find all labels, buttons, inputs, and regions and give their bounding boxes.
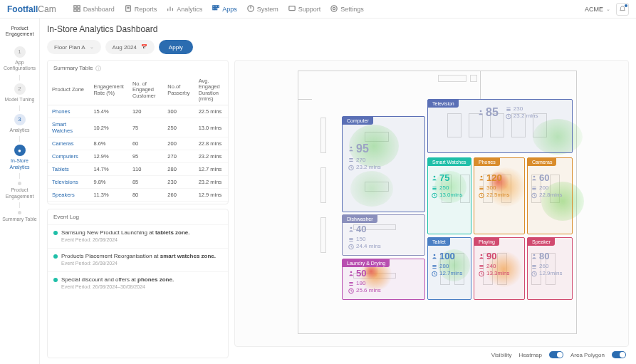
svg-point-40	[434, 176, 436, 178]
sidebar-in-store[interactable]: ●In-Store Analytics	[0, 142, 39, 176]
area-polygon-label: Area Polygon	[570, 352, 605, 358]
zone-label: Dishwasher	[343, 215, 377, 223]
svg-rect-0	[74, 5, 76, 7]
svg-rect-3	[78, 9, 80, 11]
svg-point-60	[481, 254, 483, 256]
event-dot-icon	[53, 231, 58, 235]
heatmap-toggle[interactable]	[549, 351, 563, 358]
svg-rect-12	[218, 5, 219, 6]
apply-button[interactable]: Apply	[159, 40, 193, 54]
zone-speaker[interactable]: Speaker8026012.9mins	[527, 237, 573, 300]
svg-point-18	[333, 7, 335, 9]
sidebar-app-config[interactable]: 1App Configurations	[0, 43, 39, 78]
zone-computer[interactable]: Computer9527023.2 mins	[342, 116, 425, 212]
nav-system[interactable]: System	[247, 5, 278, 14]
svg-point-25	[480, 110, 482, 113]
svg-point-19	[331, 5, 337, 11]
sidebar-model-tuning[interactable]: 2Model Tuning	[0, 80, 39, 108]
summary-table: Product Zone Engagement Rate (%) No. of …	[48, 76, 228, 204]
dashboard-icon	[73, 5, 80, 14]
zone-phones[interactable]: Phones12030022.5mins	[474, 157, 525, 234]
svg-point-30	[350, 227, 353, 229]
zone-label: Television	[428, 100, 459, 108]
event-log-card: Event Log Samsung New Product Launching …	[47, 209, 229, 358]
settings-icon	[330, 5, 338, 14]
zone-smart_watches[interactable]: Smart Watches7525013.0mins	[427, 157, 471, 234]
notification-bell[interactable]	[616, 3, 629, 16]
info-icon[interactable]: i	[95, 66, 101, 71]
event-item: Special discount and offers at phones zo…	[48, 271, 228, 295]
visibility-controls: Visibility Heatmap Area Polygon	[234, 347, 629, 358]
table-row[interactable]: Cameras8.6%6020022.8 mins	[48, 137, 228, 150]
zone-label: Laundry & Drying	[343, 259, 390, 267]
svg-rect-11	[215, 5, 217, 6]
support-icon	[288, 5, 296, 14]
left-sidebar: Product Engagement 1App Configurations 2…	[0, 19, 40, 364]
zone-label: Playing	[474, 238, 499, 246]
event-dot-icon	[53, 254, 58, 259]
zone-laundry[interactable]: Laundry & Drying5018025.6 mins	[342, 259, 425, 300]
svg-point-20	[350, 147, 353, 149]
zone-dishwasher[interactable]: Dishwasher4015024.4 mins	[342, 214, 425, 256]
zone-label: Speaker	[528, 238, 555, 246]
zone-tablet[interactable]: Tablet10028012.7mins	[427, 237, 471, 300]
system-icon	[247, 5, 254, 14]
svg-point-50	[533, 176, 536, 178]
table-row[interactable]: Televisions9.8%8523023.2 mins	[48, 176, 228, 189]
sidebar-header: Product Engagement	[0, 23, 39, 43]
svg-point-55	[434, 254, 436, 256]
company-dropdown[interactable]: ACME ⌄	[585, 6, 610, 13]
event-item: Samsung New Product Launching at tablets…	[48, 224, 228, 248]
zone-playing[interactable]: Playing9024013.3mins	[474, 237, 525, 300]
event-item: Products Placement Reorganisation at sma…	[48, 248, 228, 271]
svg-rect-2	[74, 9, 76, 11]
date-select[interactable]: Aug 2024📅	[105, 40, 155, 54]
table-row[interactable]: Computers12.9%9527023.2 mins	[48, 150, 228, 163]
nav-apps[interactable]: Apps	[212, 5, 237, 14]
zone-cameras[interactable]: Cameras6020022.8mins	[527, 157, 573, 234]
svg-point-65	[533, 254, 536, 256]
svg-rect-10	[213, 5, 215, 6]
table-row[interactable]: Laundry & drying7.4%5018025.6 mins	[48, 202, 228, 204]
analytics-icon	[167, 5, 174, 14]
zone-label: Smart Watches	[428, 158, 471, 166]
svg-point-35	[350, 271, 353, 274]
sidebar-summary-table[interactable]: Summary Table	[0, 208, 39, 228]
calendar-icon: 📅	[141, 44, 147, 50]
zone-label: Tablet	[428, 238, 450, 246]
svg-rect-17	[289, 6, 295, 10]
svg-point-45	[481, 176, 483, 178]
heatmap-label: Heatmap	[519, 352, 542, 358]
nav-dashboard[interactable]: Dashboard	[73, 5, 115, 14]
visibility-label: Visibility	[491, 352, 512, 358]
summary-table-card: Summary Tablei Product Zone Engagement R…	[47, 60, 229, 204]
apps-icon	[212, 5, 219, 14]
summary-table-scroll[interactable]: Product Zone Engagement Rate (%) No. of …	[48, 76, 228, 204]
svg-rect-1	[78, 5, 80, 7]
nav-reports[interactable]: Reports	[125, 5, 157, 14]
svg-rect-13	[213, 8, 215, 10]
floor-plan-select[interactable]: Floor Plan A⌄	[47, 40, 101, 54]
nav-analytics[interactable]: Analytics	[167, 5, 202, 14]
page-title: In-Store Analytics Dashboard	[47, 24, 629, 34]
nav-support[interactable]: Support	[288, 5, 321, 14]
zone-label: Phones	[474, 158, 500, 166]
svg-rect-14	[215, 8, 217, 10]
sidebar-prod-eng[interactable]: Product Engagement	[0, 179, 39, 205]
table-row[interactable]: Speakers11.3%8026012.9 mins	[48, 189, 228, 202]
topnav: Dashboard Reports Analytics Apps System …	[73, 5, 364, 14]
table-row[interactable]: Tablets14.7%11028012.7 mins	[48, 163, 228, 176]
zone-label: Cameras	[528, 158, 556, 166]
zone-label: Computer	[343, 117, 373, 125]
chevron-down-icon: ⌄	[90, 44, 94, 50]
zone-television[interactable]: Television8523023.2 mins	[427, 99, 573, 153]
area-polygon-toggle[interactable]	[612, 351, 626, 358]
chevron-down-icon: ⌄	[606, 6, 610, 12]
table-row[interactable]: Phones15.4%12030022.5 mins	[48, 105, 228, 118]
event-dot-icon	[53, 278, 58, 282]
topbar: FootfallCam Dashboard Reports Analytics …	[0, 0, 636, 19]
table-row[interactable]: Smart Watches10.2%7525013.0 mins	[48, 118, 228, 137]
sidebar-analytics[interactable]: 3Analytics	[0, 111, 39, 139]
nav-settings[interactable]: Settings	[330, 5, 364, 14]
floor-plan-canvas[interactable]: Computer9527023.2 minsTelevision8523023.…	[234, 60, 629, 347]
